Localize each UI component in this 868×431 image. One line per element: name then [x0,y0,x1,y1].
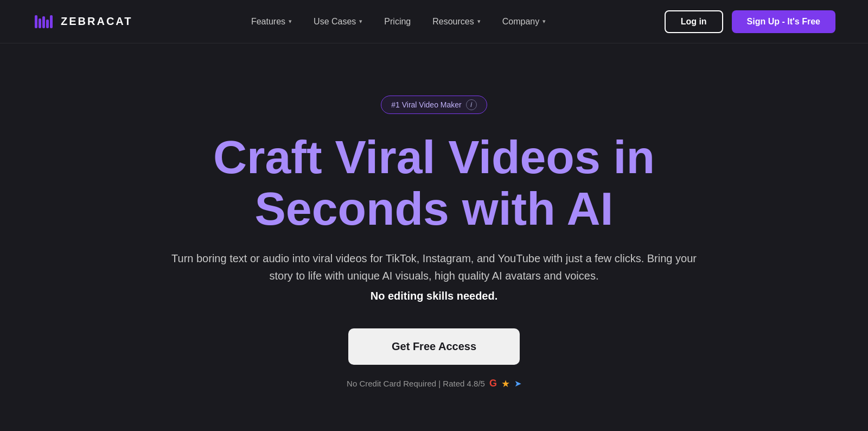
chevron-down-icon: ▾ [542,18,546,25]
chevron-down-icon: ▾ [477,18,481,25]
info-icon-label: i [470,101,472,109]
arrow-icon: ➤ [514,378,521,389]
google-icon: G [489,378,497,389]
nav-pricing-label: Pricing [384,17,411,27]
get-free-access-button[interactable]: Get Free Access [348,328,520,365]
navbar: ZEBRACAT Features ▾ Use Cases ▾ Pricing … [0,0,868,43]
svg-rect-4 [50,15,53,28]
navbar-actions: Log in Sign Up - It's Free [665,10,835,33]
nav-use-cases-label: Use Cases [314,17,356,27]
nav-company-label: Company [502,17,539,27]
hero-title: Craft Viral Videos in Seconds with AI [213,131,655,234]
nav-features-label: Features [251,17,285,27]
trust-text: No Credit Card Required | Rated 4.8/5 [347,379,485,388]
chevron-down-icon: ▾ [359,18,362,25]
info-icon: i [466,99,477,110]
nav-resources[interactable]: Resources ▾ [432,17,480,27]
signup-button[interactable]: Sign Up - It's Free [732,10,835,33]
hero-subtitle: Turn boring text or audio into viral vid… [163,250,705,284]
svg-rect-0 [35,15,37,28]
hero-no-skills: No editing skills needed. [371,290,498,302]
nav-use-cases[interactable]: Use Cases ▾ [314,17,362,27]
login-button[interactable]: Log in [665,10,723,33]
hero-section: #1 Viral Video Maker i Craft Viral Video… [0,43,868,431]
nav-resources-label: Resources [432,17,474,27]
svg-rect-1 [39,18,41,28]
hero-title-line2: Seconds with AI [254,182,613,234]
nav-links: Features ▾ Use Cases ▾ Pricing Resources… [251,17,546,27]
nav-company[interactable]: Company ▾ [502,17,546,27]
zebracat-logo-icon [33,11,54,33]
chevron-down-icon: ▾ [289,18,292,25]
hero-title-line1: Craft Viral Videos in [213,131,655,183]
brand-name: ZEBRACAT [61,15,133,28]
badge-text: #1 Viral Video Maker [391,100,461,109]
svg-rect-2 [42,16,45,28]
hero-badge: #1 Viral Video Maker i [381,96,487,114]
nav-pricing[interactable]: Pricing [384,17,411,27]
logo-area: ZEBRACAT [33,11,133,33]
svg-rect-3 [46,20,49,28]
star-icon: ★ [501,378,510,390]
trust-row: No Credit Card Required | Rated 4.8/5 G … [347,378,521,390]
nav-features[interactable]: Features ▾ [251,17,292,27]
